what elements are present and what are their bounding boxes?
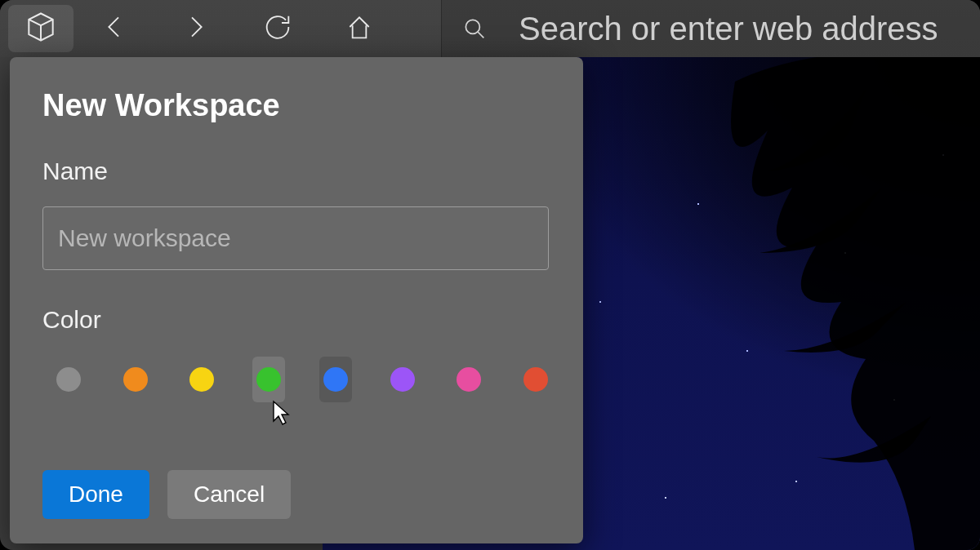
search-icon bbox=[458, 12, 491, 45]
arrow-left-icon bbox=[98, 11, 131, 47]
color-swatch-green[interactable] bbox=[252, 357, 285, 402]
color-dot-gray bbox=[56, 367, 81, 392]
arrow-right-icon bbox=[180, 11, 212, 47]
color-swatch-gray[interactable] bbox=[52, 357, 85, 402]
color-swatch-blue[interactable] bbox=[319, 357, 352, 402]
color-swatch-purple[interactable] bbox=[386, 357, 419, 402]
forward-button[interactable] bbox=[155, 0, 237, 57]
color-dot-pink bbox=[457, 367, 481, 392]
color-swatch-orange[interactable] bbox=[119, 357, 152, 402]
color-dot-orange bbox=[123, 367, 148, 392]
browser-window: New Workspace Name Color Done Cancel bbox=[0, 0, 980, 550]
done-button[interactable]: Done bbox=[42, 470, 149, 519]
address-input[interactable] bbox=[519, 11, 980, 47]
color-swatch-red[interactable] bbox=[519, 357, 552, 402]
color-dot-green bbox=[256, 367, 281, 392]
home-button[interactable] bbox=[318, 0, 400, 57]
tree-silhouette bbox=[523, 57, 980, 550]
reload-icon bbox=[261, 11, 294, 47]
color-swatch-row bbox=[52, 357, 552, 402]
cancel-button[interactable]: Cancel bbox=[167, 470, 291, 519]
name-label: Name bbox=[42, 157, 552, 185]
svg-point-0 bbox=[466, 20, 479, 33]
back-button[interactable] bbox=[74, 0, 155, 57]
color-label: Color bbox=[42, 306, 552, 334]
color-swatch-yellow[interactable] bbox=[186, 357, 219, 402]
cube-icon bbox=[23, 9, 59, 48]
home-icon bbox=[343, 11, 376, 47]
address-bar[interactable] bbox=[441, 0, 980, 57]
color-dot-purple bbox=[390, 367, 415, 392]
color-swatch-pink[interactable] bbox=[453, 357, 486, 402]
new-workspace-dialog: New Workspace Name Color Done Cancel bbox=[10, 57, 583, 543]
dialog-title: New Workspace bbox=[42, 88, 552, 123]
workspace-name-input[interactable] bbox=[42, 206, 549, 270]
reload-button[interactable] bbox=[237, 0, 318, 57]
color-dot-red bbox=[523, 367, 548, 392]
color-dot-blue bbox=[323, 367, 348, 392]
color-dot-yellow bbox=[189, 367, 214, 392]
workspaces-button[interactable] bbox=[8, 5, 74, 52]
dialog-button-row: Done Cancel bbox=[42, 470, 291, 519]
